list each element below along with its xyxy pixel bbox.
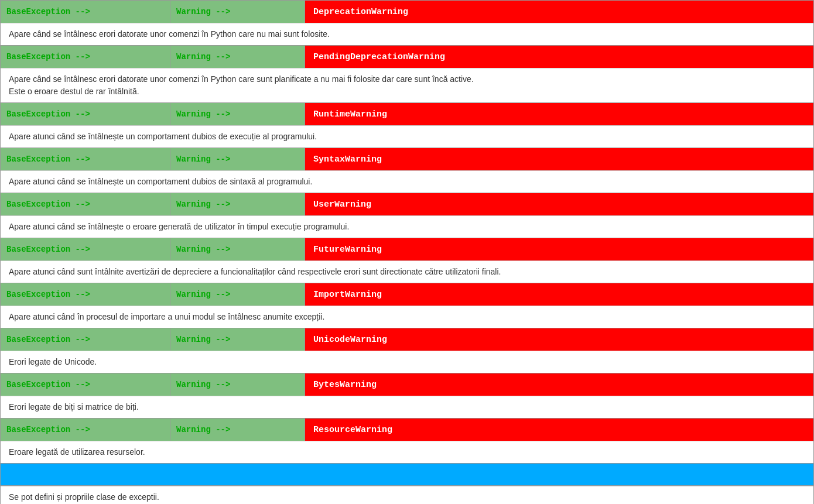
exception-row-bytes-warning: BaseException -->Warning -->BytesWarning… [1,373,813,419]
header-row-deprecation-warning: BaseException -->Warning -->DeprecationW… [1,1,813,23]
base-exception-cell: BaseException --> [1,283,170,306]
exception-row-import-warning: BaseException -->Warning -->ImportWarnin… [1,283,813,328]
base-exception-cell: BaseException --> [1,238,170,260]
exception-name-cell: SyntaxWarning [305,148,813,170]
warning-cell: Warning --> [170,283,305,306]
header-row-runtime-warning: BaseException -->Warning -->RuntimeWarni… [1,103,813,125]
description-row: Apare atunci când sunt întâlnite avertiz… [1,260,813,283]
header-row-syntax-warning: BaseException -->Warning -->SyntaxWarnin… [1,148,813,170]
description-row: Erori legate de biți si matrice de biți. [1,396,813,419]
header-row-unicode-warning: BaseException -->Warning -->UnicodeWarni… [1,328,813,351]
warning-cell: Warning --> [170,328,305,351]
base-exception-cell: BaseException --> [1,1,170,23]
exception-name-cell: ImportWarning [305,283,813,306]
header-row-pending-deprecation-warning: BaseException -->Warning -->PendingDepre… [1,46,813,68]
base-exception-cell: BaseException --> [1,46,170,68]
description-row: Apare atunci când se întâlnește un compo… [1,170,813,193]
description-row: Apare când se întâlnesc erori datorate u… [1,68,813,103]
warning-cell: Warning --> [170,373,305,396]
warning-cell: Warning --> [170,193,305,215]
base-exception-cell: BaseException --> [1,373,170,396]
base-exception-cell: BaseException --> [1,193,170,215]
exception-name-cell: FutureWarning [305,238,813,260]
warning-cell: Warning --> [170,148,305,170]
exception-name-cell: DeprecationWarning [305,1,813,23]
exception-name-cell: RuntimeWarning [305,103,813,125]
exception-row-syntax-warning: BaseException -->Warning -->SyntaxWarnin… [1,148,813,193]
description-row: Apare când se întâlnesc erori datorate u… [1,23,813,46]
footer-description: Se pot defini și propriile clase de exce… [1,486,813,504]
warning-cell: Warning --> [170,103,305,125]
exceptions-table: BaseException -->Warning -->DeprecationW… [0,0,814,504]
exception-row-deprecation-warning: BaseException -->Warning -->DeprecationW… [1,1,813,46]
exception-name-cell: UserWarning [305,193,813,215]
header-row-bytes-warning: BaseException -->Warning -->BytesWarning [1,373,813,396]
base-exception-cell: BaseException --> [1,328,170,351]
base-exception-cell: BaseException --> [1,148,170,170]
exception-row-runtime-warning: BaseException -->Warning -->RuntimeWarni… [1,103,813,148]
warning-cell: Warning --> [170,238,305,260]
blue-separator-bar [1,464,813,486]
exception-name-cell: UnicodeWarning [305,328,813,351]
description-row: Apare atunci când se întâlnește un compo… [1,125,813,148]
description-row: Eroare legată de utilizarea resurselor. [1,441,813,464]
warning-cell: Warning --> [170,419,305,441]
exception-row-user-warning: BaseException -->Warning -->UserWarningA… [1,193,813,238]
header-row-import-warning: BaseException -->Warning -->ImportWarnin… [1,283,813,306]
description-row: Apare atunci când se întâlnește o eroare… [1,215,813,238]
base-exception-cell: BaseException --> [1,103,170,125]
exception-name-cell: PendingDeprecationWarning [305,46,813,68]
exception-name-cell: BytesWarning [305,373,813,396]
description-row: Erori legate de Unicode. [1,351,813,373]
description-row: Apare atunci când în procesul de importa… [1,306,813,328]
header-row-user-warning: BaseException -->Warning -->UserWarning [1,193,813,215]
header-row-future-warning: BaseException -->Warning -->FutureWarnin… [1,238,813,260]
exception-row-resource-warning: BaseException -->Warning -->ResourceWarn… [1,419,813,464]
header-row-resource-warning: BaseException -->Warning -->ResourceWarn… [1,419,813,441]
exception-row-future-warning: BaseException -->Warning -->FutureWarnin… [1,238,813,283]
exception-name-cell: ResourceWarning [305,419,813,441]
exception-row-unicode-warning: BaseException -->Warning -->UnicodeWarni… [1,328,813,373]
warning-cell: Warning --> [170,46,305,68]
warning-cell: Warning --> [170,1,305,23]
exception-row-pending-deprecation-warning: BaseException -->Warning -->PendingDepre… [1,46,813,103]
base-exception-cell: BaseException --> [1,419,170,441]
